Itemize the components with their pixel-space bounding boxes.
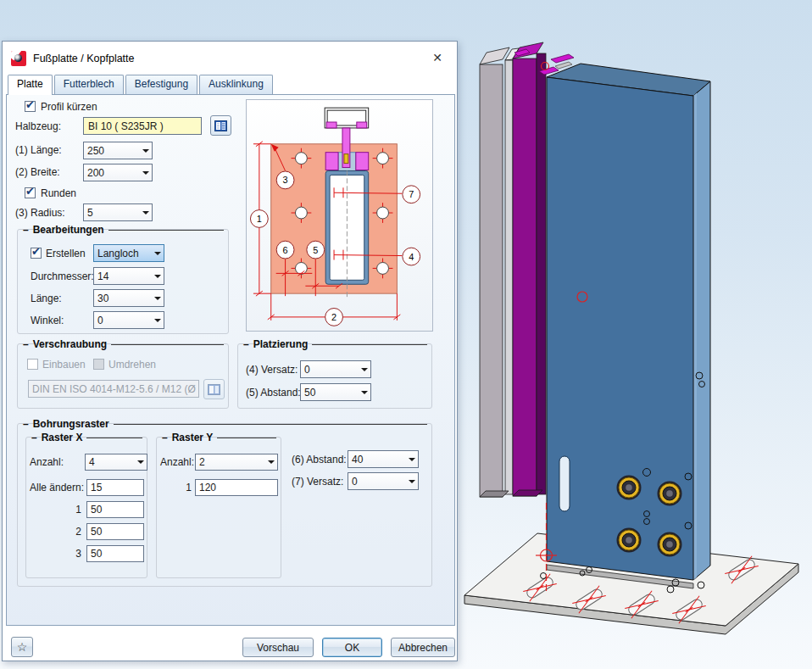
- halbzeug-value: BI 10 ( S235JR ): [88, 120, 164, 132]
- durchmesser-combo[interactable]: 14: [93, 267, 164, 285]
- raster-x-row2-input[interactable]: 50: [86, 523, 144, 540]
- raster-x-anzahl-combo[interactable]: 4: [85, 454, 147, 471]
- star-icon: ☆: [17, 640, 28, 654]
- raster-abstand-combo[interactable]: 40: [348, 450, 419, 468]
- raster-versatz-label: (7) Versatz:: [292, 476, 343, 488]
- erstellen-label: Erstellen: [46, 248, 86, 259]
- laenge-value: 250: [84, 145, 139, 157]
- chevron-down-icon: [134, 454, 147, 470]
- abbrechen-button[interactable]: Abbrechen: [391, 638, 455, 657]
- chevron-down-icon: [358, 361, 370, 377]
- platzierung-versatz-combo[interactable]: 0: [300, 360, 371, 378]
- bearbeitung-typ-combo[interactable]: Langloch: [93, 244, 164, 262]
- radius-combo[interactable]: 5: [83, 203, 153, 221]
- runden-checkbox[interactable]: [25, 187, 36, 198]
- application-window: Fußplatte / Kopfplatte ✕ Platte Futterbl…: [0, 0, 812, 669]
- schraube-catalog-button: [203, 379, 225, 399]
- schraube-field: DIN EN ISO 4014-M12-5.6 / M12 (Ø: [28, 380, 199, 398]
- callout-5: 5: [307, 241, 325, 259]
- cad-3d-viewport[interactable]: [459, 0, 812, 669]
- bohrungsraster-title: Bohrungsraster: [33, 418, 109, 430]
- halbzeug-label: Halbzeug:: [15, 120, 61, 132]
- app-icon: [11, 51, 26, 66]
- close-icon[interactable]: ✕: [428, 48, 447, 67]
- halbzeug-field[interactable]: BI 10 ( S235JR ): [83, 117, 202, 135]
- laenge-label: (1) Länge:: [15, 144, 62, 156]
- raster-x-row3-input[interactable]: 50: [86, 545, 144, 562]
- profile-section: [325, 128, 369, 298]
- umdrehen-label: Umdrehen: [108, 359, 156, 371]
- tab-futterblech[interactable]: Futterblech: [54, 75, 124, 94]
- raster-x-anzahl-label: Anzahl:: [30, 456, 64, 468]
- dialog-fussplatte-kopfplatte: Fußplatte / Kopfplatte ✕ Platte Futterbl…: [2, 41, 458, 661]
- platzierung-abstand-combo[interactable]: 50: [300, 383, 371, 401]
- durchmesser-value: 14: [94, 270, 151, 282]
- raster-y-title: Raster Y: [172, 432, 213, 443]
- platzierung-abstand-value: 50: [301, 387, 358, 399]
- svg-text:7: 7: [409, 189, 414, 199]
- chevron-down-icon: [405, 451, 418, 467]
- einbauen-label: Einbauen: [42, 359, 86, 371]
- platzierung-versatz-value: 0: [301, 364, 358, 376]
- profil-kuerzen-label: Profil kürzen: [41, 101, 97, 113]
- steel-column: [547, 64, 710, 580]
- raster-versatz-value: 0: [348, 476, 405, 488]
- durchmesser-label: Durchmesser:: [31, 270, 94, 282]
- winkel-label: Winkel:: [31, 315, 64, 326]
- bearbeitung-typ-value: Langloch: [94, 248, 151, 259]
- chevron-down-icon: [139, 164, 152, 181]
- chevron-down-icon: [151, 268, 164, 284]
- raster-x-row1-value: 50: [91, 504, 102, 516]
- breite-combo[interactable]: 200: [83, 164, 153, 181]
- laenge-combo[interactable]: 250: [83, 142, 153, 159]
- chevron-down-icon: [151, 245, 164, 261]
- raster-x-row3-value: 50: [91, 548, 102, 560]
- raster-x-anzahl-value: 4: [86, 456, 134, 468]
- preview-drawing: 1 2 3 4 5 6 7: [247, 100, 432, 331]
- group-verschraubung: Verschraubung: [17, 343, 229, 409]
- schraube-value: DIN EN ISO 4014-M12-5.6 / M12 (Ø: [32, 383, 196, 395]
- tab-befestigung[interactable]: Befestigung: [125, 75, 197, 94]
- chevron-down-icon: [139, 142, 152, 159]
- raster-x-row1-index: 1: [68, 504, 81, 516]
- callout-7: 7: [403, 186, 420, 203]
- svg-text:2: 2: [331, 312, 336, 322]
- winkel-value: 0: [94, 315, 151, 326]
- langloch-laenge-value: 30: [94, 293, 151, 304]
- winkel-combo[interactable]: 0: [93, 311, 164, 329]
- chevron-down-icon: [139, 204, 152, 220]
- erstellen-checkbox[interactable]: [31, 248, 42, 259]
- vorschau-button[interactable]: Vorschau: [242, 638, 314, 657]
- chevron-down-icon: [264, 454, 277, 470]
- platzierung-versatz-label: (4) Versatz:: [246, 364, 298, 376]
- tab-platte[interactable]: Platte: [8, 75, 53, 95]
- callout-1: 1: [250, 210, 268, 228]
- dialog-titlebar[interactable]: Fußplatte / Kopfplatte ✕: [3, 42, 457, 75]
- ok-button[interactable]: OK: [322, 638, 382, 657]
- tab-page-platte: Profil kürzen Halbzeug: BI 10 ( S235JR )…: [6, 94, 455, 626]
- raster-x-row1-input[interactable]: 50: [86, 501, 144, 518]
- callout-4: 4: [403, 248, 420, 265]
- model-3d-drawing: [459, 0, 812, 669]
- svg-text:4: 4: [409, 252, 414, 262]
- callout-3: 3: [276, 171, 294, 189]
- raster-versatz-combo[interactable]: 0: [348, 472, 419, 490]
- catalog-icon: [208, 384, 220, 395]
- svg-text:3: 3: [283, 175, 288, 185]
- halbzeug-catalog-button[interactable]: [210, 115, 231, 136]
- callout-6: 6: [276, 241, 294, 259]
- raster-y-row1-input[interactable]: 120: [195, 479, 278, 496]
- umdrehen-checkbox[interactable]: [93, 359, 104, 370]
- raster-x-alle-input[interactable]: 15: [86, 479, 144, 496]
- favorites-button[interactable]: ☆: [11, 637, 33, 657]
- einbauen-checkbox[interactable]: [27, 359, 38, 370]
- profil-kuerzen-checkbox[interactable]: [25, 101, 36, 112]
- svg-text:1: 1: [257, 214, 262, 224]
- tab-ausklinkung[interactable]: Ausklinkung: [199, 75, 273, 94]
- langloch-laenge-combo[interactable]: 30: [93, 289, 164, 307]
- chevron-down-icon: [405, 473, 418, 489]
- radius-label: (3) Radius:: [15, 207, 65, 219]
- breite-label: (2) Breite:: [15, 166, 60, 178]
- mullion-profiles: [480, 42, 546, 497]
- raster-y-anzahl-combo[interactable]: 2: [195, 454, 278, 471]
